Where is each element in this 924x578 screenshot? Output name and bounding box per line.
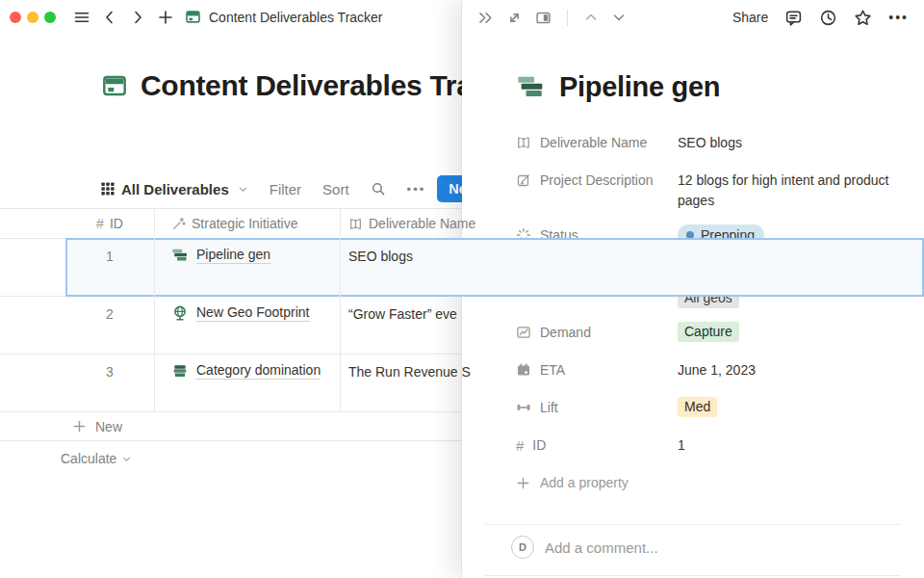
minimize-window-button[interactable] xyxy=(27,12,38,23)
column-header-label: ID xyxy=(110,216,123,231)
column-header-deliverable-name[interactable]: Deliverable Name xyxy=(348,216,475,231)
property-value[interactable]: Capture xyxy=(678,319,903,342)
property-value[interactable]: SEO blogs xyxy=(678,129,903,153)
comments-icon[interactable] xyxy=(784,9,803,27)
calendar-icon xyxy=(516,362,531,378)
cell-deliverable[interactable]: SEO blogs xyxy=(348,249,413,264)
property-label-text: Project Description xyxy=(540,172,654,188)
table-view-icon xyxy=(101,182,115,196)
property-label[interactable]: Lift xyxy=(516,394,678,421)
table-new-row-button[interactable]: New xyxy=(72,412,122,440)
favorite-star-icon[interactable] xyxy=(854,9,872,27)
window-titlebar: Content Deliverables Tracker xyxy=(0,0,462,35)
title-icon xyxy=(516,135,531,150)
page-options-icon[interactable]: ••• xyxy=(888,10,909,25)
side-peek-mode-icon[interactable] xyxy=(535,10,552,26)
app-window: Content Deliverables Tracker Content Del… xyxy=(0,0,924,578)
history-clock-icon[interactable] xyxy=(819,9,837,27)
property-list: Deliverable Name SEO blogs Project Descr… xyxy=(516,129,903,496)
plus-icon xyxy=(72,419,87,434)
nav-forward-button[interactable] xyxy=(129,9,146,26)
column-divider xyxy=(340,209,341,411)
demand-tag[interactable]: Capture xyxy=(678,322,739,342)
column-header-label: Deliverable Name xyxy=(369,216,475,231)
bar-chart-icon xyxy=(171,247,189,264)
search-icon[interactable] xyxy=(371,181,386,197)
property-value[interactable]: 12 blogs for high intent and product pag… xyxy=(678,167,903,211)
property-label[interactable]: ETA xyxy=(516,356,678,383)
title-icon xyxy=(348,217,363,231)
page-database-icon xyxy=(101,72,128,99)
hash-icon: # xyxy=(516,437,524,454)
property-label-text: Demand xyxy=(540,325,591,340)
property-row-eta: ETA June 1, 2023 xyxy=(516,356,903,383)
filter-button[interactable]: Filter xyxy=(270,181,301,197)
cell-id[interactable]: 2 xyxy=(65,306,154,322)
view-tab-all-deliverables[interactable]: All Deliverables xyxy=(101,181,248,197)
edit-icon xyxy=(516,172,531,188)
property-label-text: Deliverable Name xyxy=(540,135,647,150)
cell-id[interactable]: 1 xyxy=(65,249,154,264)
cell-deliverable[interactable]: The Run Revenue S xyxy=(348,364,471,380)
cell-id[interactable]: 3 xyxy=(65,364,154,380)
column-header-id[interactable]: # ID xyxy=(65,216,154,231)
comment-composer[interactable]: D Add a comment... xyxy=(511,536,658,559)
sort-button[interactable]: Sort xyxy=(322,181,349,197)
zoom-window-button[interactable] xyxy=(44,12,56,23)
plus-icon xyxy=(516,476,530,490)
column-header-label: Strategic Initiative xyxy=(192,216,298,231)
share-button[interactable]: Share xyxy=(732,10,768,25)
column-divider xyxy=(154,209,155,411)
cell-initiative[interactable]: New Geo Footprint xyxy=(171,304,310,322)
window-doc-title: Content Deliverables Tracker xyxy=(209,10,383,25)
record-title[interactable]: Pipeline gen xyxy=(516,71,720,103)
calculate-label: Calculate xyxy=(61,451,116,466)
line-chart-icon xyxy=(516,325,531,340)
cell-initiative[interactable]: Category domination xyxy=(171,362,321,380)
property-label[interactable]: Demand xyxy=(516,319,678,346)
previous-record-icon[interactable] xyxy=(583,10,599,25)
property-row-id: # ID 1 xyxy=(516,432,903,459)
nav-back-button[interactable] xyxy=(101,9,118,26)
page-link[interactable]: Category domination xyxy=(196,362,321,380)
property-label[interactable]: Project Description xyxy=(516,167,678,194)
page-link[interactable]: Pipeline gen xyxy=(196,247,270,264)
add-property-button[interactable]: Add a property xyxy=(516,469,903,496)
database-icon xyxy=(185,9,202,26)
panel-bottom-divider xyxy=(485,575,901,576)
user-avatar: D xyxy=(511,536,534,559)
open-full-page-icon[interactable] xyxy=(506,10,523,26)
close-window-button[interactable] xyxy=(10,12,21,23)
next-record-icon[interactable] xyxy=(611,10,627,25)
property-value[interactable]: Med xyxy=(678,394,903,417)
page-link[interactable]: New Geo Footprint xyxy=(196,304,310,322)
cell-deliverable[interactable]: “Grow Faster” eve xyxy=(348,306,457,322)
property-label-text: ETA xyxy=(540,362,565,378)
property-row-demand: Demand Capture xyxy=(516,319,903,346)
property-label-text: Lift xyxy=(540,400,558,415)
property-value[interactable]: June 1, 2023 xyxy=(678,356,903,381)
property-value[interactable]: 1 xyxy=(678,432,903,456)
bar-chart-icon xyxy=(516,72,546,102)
view-name: All Deliverables xyxy=(121,181,229,197)
property-row-deliverable-name: Deliverable Name SEO blogs xyxy=(516,129,903,156)
property-row-lift: Lift Med xyxy=(516,394,903,421)
hash-icon: # xyxy=(96,216,104,231)
calculate-button[interactable]: Calculate xyxy=(61,445,132,472)
globe-icon xyxy=(171,304,189,322)
record-title-text: Pipeline gen xyxy=(559,71,720,103)
property-row-project-description: Project Description 12 blogs for high in… xyxy=(516,167,903,211)
stack-icon xyxy=(171,362,189,380)
cell-initiative[interactable]: Pipeline gen xyxy=(171,247,270,264)
close-peek-icon[interactable] xyxy=(477,10,494,26)
lift-tag[interactable]: Med xyxy=(678,397,717,417)
more-options-icon[interactable]: ••• xyxy=(407,182,426,197)
view-toolbar: All Deliverables Filter Sort ••• New xyxy=(101,173,514,204)
comment-divider xyxy=(485,524,901,525)
sidebar-menu-icon[interactable] xyxy=(73,9,90,26)
property-label[interactable]: # ID xyxy=(516,432,678,459)
new-tab-button[interactable] xyxy=(157,9,174,26)
column-header-strategic-initiative[interactable]: Strategic Initiative xyxy=(171,216,298,231)
comment-input[interactable]: Add a comment... xyxy=(545,539,658,556)
property-label[interactable]: Deliverable Name xyxy=(516,129,678,156)
